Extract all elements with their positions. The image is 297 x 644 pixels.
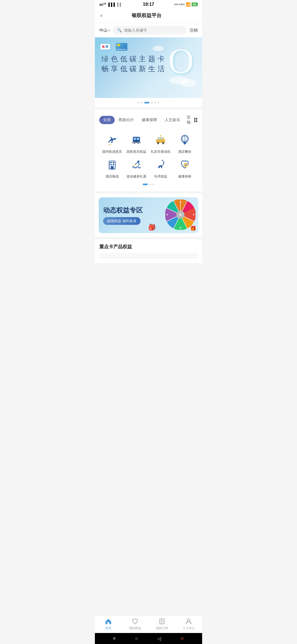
- svg-point-29: [162, 161, 163, 162]
- icons-grid-row1: CIP 国内机场贵宾 高铁贵宾权益: [99, 128, 198, 157]
- health-icon: [177, 157, 193, 172]
- page-title: 银联权益平台: [103, 12, 190, 19]
- icon-rail[interactable]: 高铁贵宾权益: [126, 132, 147, 154]
- banner-dot-4: [151, 102, 153, 103]
- svg-point-45: [180, 227, 181, 229]
- cancel-button[interactable]: 注销: [189, 28, 198, 33]
- card-thumbnail: [116, 43, 127, 51]
- search-bar: 中山 ▾ 🔍 注销: [95, 23, 202, 37]
- icon-health[interactable]: 健康体检: [174, 157, 196, 179]
- tab-travel[interactable]: 商旅出行: [115, 116, 138, 124]
- dynamic-left: 动态权益专区 超级权益 福利多多: [103, 206, 143, 225]
- limo-icon: [153, 132, 168, 148]
- swimming-icon: [129, 157, 144, 172]
- unionpay-text: 银: [102, 45, 105, 49]
- svg-rect-9: [156, 139, 165, 143]
- banner[interactable]: 银 联 绿色低碳主题卡 畅享低碳新生活 O: [95, 37, 202, 98]
- back-button[interactable]: ‹: [99, 11, 103, 20]
- banner-line1: 绿色低碳主题卡: [101, 54, 167, 64]
- banner-dot-2: [141, 102, 143, 103]
- banner-dot-5: [154, 102, 156, 103]
- bottom-spacer: [95, 263, 202, 299]
- status-left: 4GHD ▐▐▐ ▐▐: [99, 2, 121, 7]
- search-input[interactable]: [124, 28, 182, 32]
- limo-label: 礼宾车接送机: [151, 150, 170, 154]
- icon-airport[interactable]: CIP 国内机场贵宾: [101, 132, 123, 154]
- battery-indicator: 61: [192, 2, 198, 6]
- hotel-dining-label: 酒店餐饮: [178, 150, 191, 154]
- grid-icon: [194, 118, 197, 122]
- icon-limo[interactable]: 礼宾车接送机: [150, 132, 171, 154]
- icon-swimming[interactable]: 游泳健身礼遇: [126, 157, 147, 179]
- icon-hotel-select[interactable]: 酒店臻选: [101, 157, 123, 179]
- banner-wrap: 银 联 绿色低碳主题卡 畅享低碳新生活 O: [95, 37, 202, 98]
- signal-bars: ▐▐▐: [107, 2, 115, 7]
- hotel-select-icon: [105, 157, 120, 172]
- unionpay-logo: 银 联: [100, 44, 110, 50]
- key-products-title: 重点卡产品权益: [99, 244, 198, 250]
- unionpay-text2: 联: [106, 45, 108, 49]
- tab-premium[interactable]: 至臻:: [184, 113, 198, 127]
- svg-rect-4: [133, 141, 140, 142]
- svg-rect-19: [183, 142, 187, 143]
- city-name: 中山: [99, 28, 108, 33]
- tab-health[interactable]: 健康保障: [138, 116, 161, 124]
- banner-cloud-o: O: [168, 43, 194, 79]
- svg-rect-24: [110, 164, 112, 165]
- svg-rect-26: [111, 166, 114, 169]
- horse-icon: [153, 157, 168, 172]
- svg-point-13: [158, 143, 159, 144]
- gift-bag-icon: 🎒: [148, 224, 156, 231]
- svg-point-44: [193, 214, 194, 215]
- svg-rect-27: [109, 161, 110, 169]
- svg-point-28: [138, 160, 139, 162]
- svg-point-16: [160, 135, 161, 137]
- category-tabs: 全部 商旅出行 健康保障 人文娱乐 至臻:: [99, 113, 198, 128]
- health-label: 健康体检: [178, 174, 191, 179]
- svg-rect-20: [184, 143, 186, 144]
- svg-rect-2: [134, 138, 136, 140]
- svg-rect-8: [132, 142, 141, 143]
- grid-dot-2: [149, 184, 151, 185]
- swimming-label: 游泳健身礼遇: [127, 174, 146, 179]
- city-selector[interactable]: 中山 ▾: [99, 28, 110, 33]
- banner-dot-6: [158, 102, 159, 103]
- tab-culture[interactable]: 人文娱乐: [161, 116, 184, 124]
- premium-label: 至臻:: [187, 115, 193, 125]
- key-products-section: 重点卡产品权益: [95, 239, 202, 263]
- card-chip: [117, 44, 120, 46]
- tab-all[interactable]: 全部: [99, 116, 115, 124]
- status-bar: 4GHD ▐▐▐ ▐▐ 19:17 636 KB/s 📶 61: [95, 0, 202, 8]
- banner-dots: [95, 100, 202, 106]
- svg-point-43: [180, 201, 181, 202]
- status-right: 636 KB/s 📶 61: [174, 2, 198, 7]
- chevron-down-icon: ▾: [109, 29, 110, 32]
- svg-rect-22: [110, 162, 112, 163]
- signal-bars-2: ▐▐: [116, 2, 121, 7]
- wheel-star: ★: [179, 213, 182, 217]
- gift-box-icon: 🎁: [190, 225, 196, 231]
- search-icon: 🔍: [117, 28, 122, 32]
- search-input-wrap[interactable]: 🔍: [113, 26, 187, 35]
- airport-label: 国内机场贵宾: [102, 150, 122, 154]
- category-section: 全部 商旅出行 健康保障 人文娱乐 至臻: CIP 国内机场贵宾: [95, 110, 202, 191]
- hotel-dining-icon: [177, 132, 193, 148]
- svg-text:CIP: CIP: [108, 144, 111, 146]
- grid-dot-3: [153, 184, 154, 185]
- horse-label: 马术权益: [154, 174, 167, 179]
- dynamic-title: 动态权益专区: [103, 206, 143, 214]
- icon-hotel-dining[interactable]: 酒店餐饮: [174, 132, 196, 154]
- cloud-decoration-3: [169, 77, 188, 84]
- network-indicator: 4GHD: [99, 3, 106, 6]
- svg-rect-3: [137, 138, 139, 140]
- logo-divider: [113, 43, 113, 50]
- svg-rect-23: [113, 162, 114, 163]
- banner-dot-3-active: [144, 102, 149, 103]
- icon-horse[interactable]: 马术权益: [150, 157, 171, 179]
- status-time: 19:17: [143, 2, 154, 7]
- hotel-select-label: 酒店臻选: [106, 174, 119, 179]
- grid-dot-1: [143, 184, 148, 185]
- header: ‹ 银联权益平台: [95, 8, 202, 23]
- dynamic-banner[interactable]: 动态权益专区 超级权益 福利多多 🎒: [99, 197, 198, 233]
- svg-rect-10: [158, 138, 160, 139]
